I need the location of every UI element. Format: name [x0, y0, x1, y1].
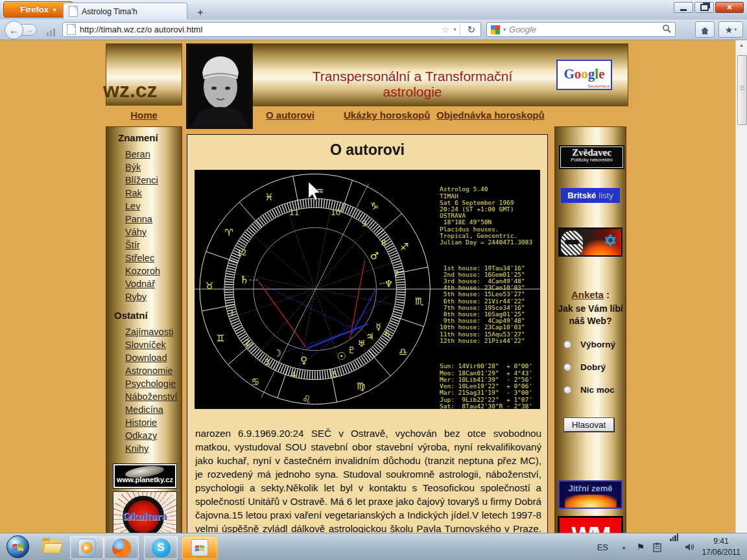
taskbar-clock[interactable]: 9:41 17/06/2011	[700, 536, 742, 558]
sidebar-item-byk[interactable]: Býk	[125, 161, 160, 174]
sidebar-item-kozoroh[interactable]: Kozoroh	[125, 264, 160, 277]
chevron-down-icon: ▾	[53, 6, 56, 13]
date-label: 17/06/2011	[700, 547, 742, 558]
maximize-button[interactable]	[694, 2, 714, 13]
radio-dobry[interactable]	[563, 363, 572, 371]
figure-eyes	[565, 240, 579, 244]
new-tab-button[interactable]: +	[192, 5, 209, 18]
home-icon	[701, 23, 709, 30]
jitrni-zeme-banner[interactable]: Jitřní země	[558, 480, 622, 509]
taskbar-explorer-button[interactable]	[38, 536, 66, 558]
page-favicon	[69, 6, 78, 17]
google-region-label: Deutschland	[588, 84, 610, 88]
taskbar-media-player-button[interactable]: ▶	[70, 536, 104, 559]
volume-button[interactable]	[685, 533, 695, 560]
sidebar-item-astronomie[interactable]: Astronomie	[125, 364, 178, 377]
network-signal-icon[interactable]	[670, 533, 678, 541]
sidebar-item-medicina[interactable]: Medicína	[125, 403, 178, 416]
nav-item-ukazky-horoskopu[interactable]: Ukázky horoskopů	[344, 110, 430, 121]
tray-language-indicator[interactable]: ES	[597, 533, 608, 560]
bookmarks-caret-icon: ▾	[734, 27, 737, 32]
sidebar-item-slovnicek[interactable]: Slovníček	[125, 338, 178, 351]
planetky-banner[interactable]: www.planetky.cz	[113, 463, 177, 489]
nav-item-objednavka-horoskopu[interactable]: Objednávka horoskopů	[436, 110, 545, 121]
vote-button[interactable]: Hlasovat	[563, 417, 614, 432]
radio-nic-moc[interactable]	[563, 386, 572, 394]
reload-button[interactable]: ↻	[464, 24, 478, 36]
okultura-banner[interactable]: Ωkultura	[113, 491, 177, 533]
nav-home-link[interactable]: Home	[106, 110, 182, 121]
engine-caret-icon[interactable]: ▾	[503, 27, 506, 32]
action-center-button[interactable]: ⚑	[636, 533, 645, 560]
search-box[interactable]: ▾ Google	[486, 22, 676, 37]
windows-app-icon	[191, 539, 208, 556]
other-menu: Zajímavosti Slovníček Download Astronomi…	[125, 325, 178, 455]
chart-info: Astrolog 5.40 TIMAH Sat 6 September 1969…	[440, 186, 532, 246]
language-label: ES	[597, 542, 608, 552]
search-icon[interactable]	[662, 24, 671, 36]
tray-expand-button[interactable]: ▲	[621, 533, 626, 560]
bookmark-caret-icon[interactable]: ▾	[453, 27, 456, 32]
page-title: Transpersonální a Transformační astrolog…	[285, 69, 540, 100]
taskbar-skype-button[interactable]: S	[144, 536, 178, 559]
back-button[interactable]: ←	[5, 21, 23, 40]
sidebar-item-strelec[interactable]: Střelec	[125, 251, 160, 264]
page-viewport: wz.cz Home Transpersonální a Transformač…	[0, 40, 735, 533]
radio-label-dobry[interactable]: Dobrý	[580, 362, 606, 372]
sidebar-item-download[interactable]: Download	[125, 351, 178, 364]
page-scrollbar[interactable]: ▲	[735, 40, 747, 533]
home-button[interactable]	[695, 21, 715, 38]
poll-title-link[interactable]: Anketa	[571, 289, 604, 300]
taskbar-vm-app-button[interactable]	[182, 536, 218, 559]
bookmark-star-icon[interactable]: ☆	[441, 25, 449, 34]
britske-listy-banner[interactable]: Britské listy	[561, 188, 620, 203]
taskbar-firefox-button[interactable]	[104, 536, 139, 559]
sidebar-item-psychologie[interactable]: Psychologie	[125, 377, 178, 390]
sidebar-item-stir[interactable]: Štír	[125, 239, 160, 251]
svg-text:5: 5	[333, 370, 338, 379]
sidebar-item-vodnar[interactable]: Vodnář	[125, 277, 160, 290]
sidebar-item-panna[interactable]: Panna	[125, 213, 160, 226]
svg-text:♐: ♐	[400, 241, 409, 253]
scrollbar-thumb[interactable]	[737, 55, 747, 125]
sidebar-item-odkazy[interactable]: Odkazy	[125, 429, 178, 442]
sidebar-item-blizenci[interactable]: Blíženci	[125, 174, 160, 187]
google-banner[interactable]: Google Deutschland	[556, 60, 612, 90]
browser-tab[interactable]: Astrolog Tima'h	[63, 3, 187, 19]
sidebar-item-rak[interactable]: Rak	[125, 187, 160, 200]
wm-label: WM	[572, 522, 610, 533]
poll-question-line2: náš Web?	[555, 316, 626, 326]
left-sidebar: Znamení Beran Býk Blíženci Rak Lev Panna…	[106, 126, 182, 533]
bookmarks-star-icon: ★	[725, 25, 733, 34]
okultura-banner-label: Ωkultura	[113, 510, 176, 523]
url-bar[interactable]: http://timah.wz.cz/o autorovi.html ☆ ▾ ↻	[62, 22, 481, 37]
site-logo: wz.cz	[106, 78, 158, 102]
radio-label-vyborny[interactable]: Výborný	[580, 340, 615, 349]
bookmarks-button[interactable]: ★ ▾	[718, 21, 743, 38]
google-engine-icon	[491, 25, 500, 34]
political-banner[interactable]: ✡	[558, 228, 622, 257]
sidebar-item-knihy[interactable]: Knihy	[125, 442, 178, 455]
radio-label-nic-moc[interactable]: Nic moc	[580, 385, 615, 395]
zvedavec-banner[interactable]: Zvědavec Politicky nekorektní	[559, 145, 624, 169]
sidebar-item-nabozenstvi[interactable]: Náboženství	[125, 390, 178, 403]
sidebar-item-ryby[interactable]: Ryby	[125, 290, 160, 303]
scroll-up-icon[interactable]: ▲	[736, 40, 747, 50]
wm-banner[interactable]: WM	[558, 516, 623, 533]
search-input[interactable]: Google	[509, 25, 659, 34]
start-button[interactable]	[6, 535, 29, 558]
sidebar-item-beran[interactable]: Beran	[125, 148, 160, 161]
history-bars-button[interactable]	[43, 23, 58, 36]
sidebar-item-lev[interactable]: Lev	[125, 200, 160, 213]
nav-item-o-autorovi[interactable]: O autorovi	[266, 110, 314, 121]
google-letter: G	[563, 66, 574, 82]
close-button[interactable]: ✕	[715, 2, 744, 13]
url-text[interactable]: http://timah.wz.cz/o autorovi.html	[80, 25, 437, 34]
tray-clipboard-button[interactable]	[653, 533, 661, 560]
firefox-menu-label: Firefox	[21, 5, 49, 14]
radio-vyborny[interactable]	[563, 340, 572, 349]
sidebar-item-vahy[interactable]: Váhy	[125, 226, 160, 239]
sidebar-item-zajimavosti[interactable]: Zajímavosti	[125, 325, 178, 338]
minimize-button[interactable]	[674, 2, 693, 13]
sidebar-item-historie[interactable]: Historie	[125, 416, 178, 429]
